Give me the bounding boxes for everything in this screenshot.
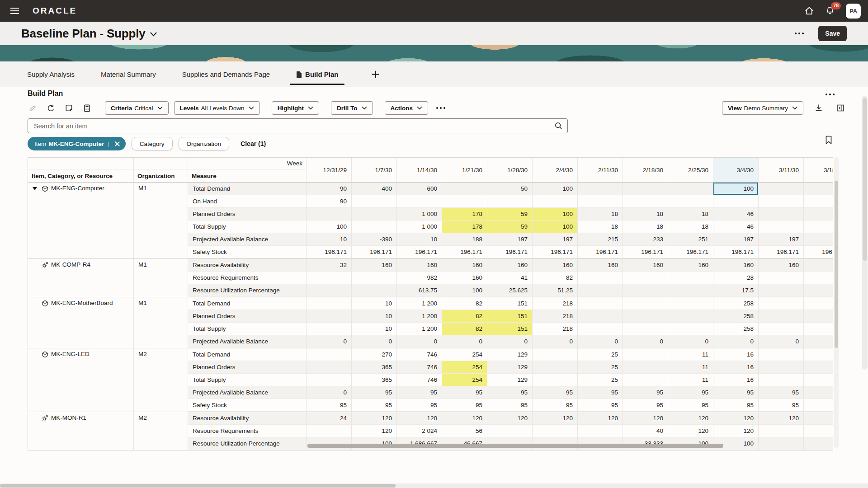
value-cell[interactable]: 0 <box>397 335 442 348</box>
value-cell[interactable]: 0 <box>307 335 352 348</box>
value-cell[interactable]: 100 <box>533 208 578 221</box>
value-cell[interactable] <box>759 361 804 374</box>
value-cell[interactable] <box>713 195 759 208</box>
value-cell[interactable] <box>578 195 623 208</box>
value-cell[interactable]: 16 <box>713 348 759 361</box>
value-cell[interactable]: 46 <box>713 221 759 233</box>
value-cell[interactable]: 218 <box>533 297 578 310</box>
expand-collapse-icon[interactable] <box>33 187 37 190</box>
date-column-header[interactable]: 1/14/30 <box>397 158 442 183</box>
value-cell[interactable] <box>804 310 833 323</box>
value-cell[interactable]: 160 <box>578 259 623 272</box>
organization-filter-chip[interactable]: Organization <box>179 137 230 150</box>
value-cell[interactable]: 0 <box>759 335 804 348</box>
value-cell[interactable]: 46 <box>713 208 759 221</box>
value-cell[interactable]: 95 <box>442 386 487 399</box>
date-column-header[interactable]: 2/11/30 <box>578 158 623 183</box>
value-cell[interactable] <box>578 183 623 195</box>
value-cell[interactable]: 129 <box>487 361 533 374</box>
value-cell[interactable]: 95 <box>352 399 397 412</box>
note-icon[interactable] <box>62 102 75 114</box>
value-cell[interactable]: 1 200 <box>397 323 442 335</box>
value-cell[interactable]: 51.25 <box>533 284 578 297</box>
item-cell[interactable]: MK-MON-R1 <box>28 412 134 450</box>
value-cell[interactable]: 10 <box>352 297 397 310</box>
value-cell[interactable]: 0 <box>533 335 578 348</box>
value-cell[interactable] <box>623 297 668 310</box>
value-cell[interactable] <box>668 323 713 335</box>
levels-dropdown[interactable]: LevelsAll Levels Down <box>174 101 260 115</box>
value-cell[interactable]: 95 <box>759 386 804 399</box>
value-cell[interactable]: 196.171 <box>713 246 759 258</box>
date-column-header[interactable]: 2/25/30 <box>668 158 713 183</box>
value-cell[interactable]: 10 <box>352 323 397 335</box>
value-cell[interactable] <box>668 297 713 310</box>
value-cell[interactable]: 160 <box>759 259 804 272</box>
value-cell[interactable]: 41 <box>487 272 533 284</box>
tab-build-plan[interactable]: Build Plan <box>296 61 338 87</box>
value-cell[interactable]: 120 <box>668 412 713 425</box>
value-cell[interactable] <box>623 348 668 361</box>
table-horizontal-scrollbar[interactable] <box>307 444 833 448</box>
value-cell[interactable]: 95 <box>759 399 804 412</box>
value-cell[interactable] <box>804 208 833 221</box>
value-cell[interactable] <box>623 284 668 297</box>
value-cell[interactable] <box>352 284 397 297</box>
tab-supplies-and-demands[interactable]: Supplies and Demands Page <box>182 61 270 87</box>
selected-value-cell[interactable]: 100 <box>713 183 759 195</box>
value-cell[interactable]: 613.75 <box>397 284 442 297</box>
value-cell[interactable]: 18 <box>623 208 668 221</box>
value-cell[interactable] <box>668 310 713 323</box>
value-cell[interactable] <box>804 284 833 297</box>
value-cell[interactable] <box>307 310 352 323</box>
value-cell[interactable]: 160 <box>442 259 487 272</box>
value-cell[interactable] <box>804 335 833 348</box>
value-cell[interactable] <box>668 195 713 208</box>
value-cell[interactable] <box>578 323 623 335</box>
value-cell[interactable] <box>804 297 833 310</box>
value-cell[interactable]: 95 <box>713 386 759 399</box>
value-cell[interactable]: 100 <box>442 284 487 297</box>
value-cell[interactable]: 120 <box>713 412 759 425</box>
value-cell[interactable]: 254 <box>442 374 487 386</box>
value-cell[interactable]: 120 <box>487 412 533 425</box>
value-cell[interactable]: 746 <box>397 348 442 361</box>
value-cell[interactable] <box>533 348 578 361</box>
value-cell[interactable] <box>533 195 578 208</box>
value-cell[interactable] <box>487 425 533 437</box>
value-cell[interactable]: 196.171 <box>668 246 713 258</box>
value-cell[interactable] <box>804 412 833 425</box>
value-cell[interactable] <box>352 208 397 221</box>
value-cell[interactable]: 197 <box>759 233 804 246</box>
value-cell[interactable]: 120 <box>533 412 578 425</box>
value-cell[interactable] <box>804 233 833 246</box>
value-cell[interactable]: 120 <box>352 425 397 437</box>
value-cell[interactable]: 254 <box>442 348 487 361</box>
user-avatar[interactable]: PA <box>846 4 861 19</box>
value-cell[interactable]: 258 <box>713 310 759 323</box>
value-cell[interactable] <box>668 284 713 297</box>
value-cell[interactable]: -390 <box>352 233 397 246</box>
value-cell[interactable]: 17.5 <box>713 284 759 297</box>
value-cell[interactable]: 120 <box>578 412 623 425</box>
value-cell[interactable] <box>668 272 713 284</box>
value-cell[interactable] <box>804 361 833 374</box>
value-cell[interactable] <box>623 183 668 195</box>
value-cell[interactable]: 95 <box>397 386 442 399</box>
value-cell[interactable]: 129 <box>487 348 533 361</box>
value-cell[interactable] <box>759 221 804 233</box>
plan-switcher-chevron-icon[interactable] <box>150 32 157 37</box>
value-cell[interactable]: 1 200 <box>397 310 442 323</box>
toolbar-overflow-menu-icon[interactable] <box>434 104 448 112</box>
clear-filters-link[interactable]: Clear (1) <box>241 140 266 147</box>
value-cell[interactable] <box>623 361 668 374</box>
drill-to-dropdown[interactable]: Drill To <box>331 101 373 115</box>
value-cell[interactable] <box>307 348 352 361</box>
value-cell[interactable]: 0 <box>442 335 487 348</box>
criteria-dropdown[interactable]: CriteriaCritical <box>105 101 169 115</box>
value-cell[interactable]: 82 <box>442 310 487 323</box>
add-tab-icon[interactable] <box>369 68 382 81</box>
edit-icon[interactable] <box>26 102 39 114</box>
value-cell[interactable]: 59 <box>487 208 533 221</box>
value-cell[interactable]: 746 <box>397 361 442 374</box>
